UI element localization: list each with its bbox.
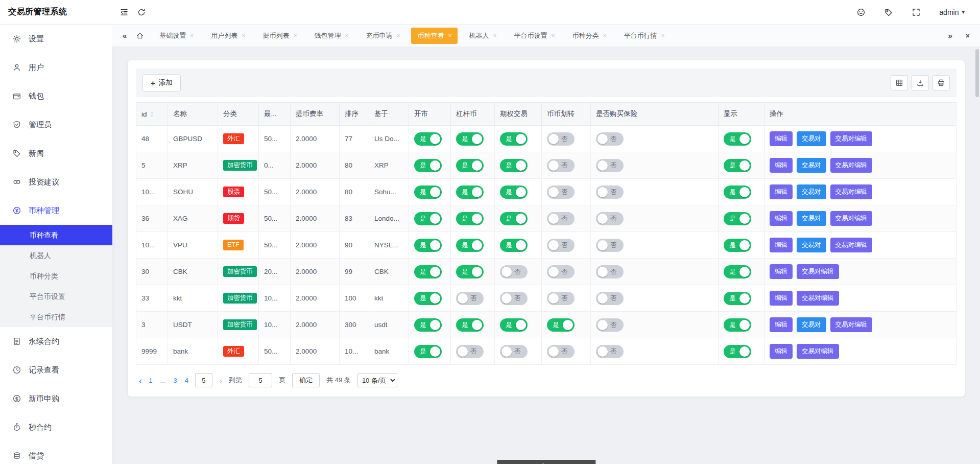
toggle-off[interactable]: 否 <box>596 345 624 358</box>
tab-close-icon[interactable]: × <box>242 33 245 39</box>
toggle-on[interactable]: 是 <box>456 132 484 146</box>
action-button-交易对[interactable]: 交易对 <box>797 131 826 146</box>
toggle-off[interactable]: 否 <box>547 132 575 146</box>
toggle-on[interactable]: 是 <box>456 239 484 252</box>
toggle-on[interactable]: 是 <box>500 159 528 172</box>
tab-close-icon[interactable]: × <box>190 33 194 39</box>
toggle-on[interactable]: 是 <box>414 212 442 225</box>
tab-用户列表[interactable]: 用户列表× <box>205 28 251 44</box>
toggle-on[interactable]: 是 <box>414 345 442 358</box>
action-button-编辑[interactable]: 编辑 <box>770 264 793 279</box>
smiley-icon[interactable] <box>856 8 866 17</box>
toggle-off[interactable]: 否 <box>547 239 575 252</box>
action-button-交易对编辑[interactable]: 交易对编辑 <box>797 264 839 279</box>
close-tabs-icon[interactable]: × <box>963 32 973 40</box>
toggle-off[interactable]: 否 <box>547 292 575 305</box>
toggle-on[interactable]: 是 <box>500 212 528 225</box>
sidebar-item-设置[interactable]: 设置 <box>0 25 112 53</box>
action-button-编辑[interactable]: 编辑 <box>770 291 793 306</box>
toggle-off[interactable]: 否 <box>500 265 528 279</box>
action-button-交易对编辑[interactable]: 交易对编辑 <box>830 158 873 173</box>
action-button-交易对编辑[interactable]: 交易对编辑 <box>797 291 839 306</box>
action-button-交易对编辑[interactable]: 交易对编辑 <box>797 344 839 359</box>
sidebar-item-新闻[interactable]: 新闻 <box>0 139 112 168</box>
tab-基础设置[interactable]: 基础设置× <box>153 28 200 44</box>
toggle-on[interactable]: 是 <box>414 239 442 252</box>
toggle-on[interactable]: 是 <box>456 212 484 225</box>
action-button-编辑[interactable]: 编辑 <box>770 184 793 199</box>
sidebar-item-钱包[interactable]: 钱包 <box>0 82 112 110</box>
sidebar-item-永续合约[interactable]: 永续合约 <box>0 327 112 356</box>
page-size-select[interactable]: 10 条/页 <box>357 373 397 387</box>
action-button-交易对[interactable]: 交易对 <box>797 184 826 199</box>
toggle-on[interactable]: 是 <box>724 185 751 199</box>
toggle-on[interactable]: 是 <box>724 132 751 146</box>
current-page[interactable]: 5 <box>195 373 212 387</box>
action-button-交易对编辑[interactable]: 交易对编辑 <box>830 238 873 252</box>
print-icon[interactable] <box>933 75 950 90</box>
toggle-off[interactable]: 否 <box>547 212 575 225</box>
column-grid-icon[interactable] <box>891 75 908 90</box>
home-icon[interactable] <box>133 32 147 40</box>
tab-平台币设置[interactable]: 平台币设置× <box>508 28 561 44</box>
tab-close-icon[interactable]: × <box>448 33 451 39</box>
toggle-off[interactable]: 否 <box>596 265 624 279</box>
sidebar-subitem-机器人[interactable]: 机器人 <box>0 245 112 266</box>
sidebar-item-投资建议[interactable]: 投资建议 <box>0 168 112 196</box>
sidebar-item-用户[interactable]: 用户 <box>0 53 112 82</box>
toggle-on[interactable]: 是 <box>414 265 442 279</box>
sidebar-subitem-币种查看[interactable]: 币种查看 <box>0 225 112 245</box>
tab-close-icon[interactable]: × <box>603 33 606 39</box>
toggle-off[interactable]: 否 <box>547 185 575 199</box>
tag-icon[interactable] <box>884 8 893 17</box>
toggle-on[interactable]: 是 <box>724 292 751 305</box>
sort-icon[interactable] <box>149 111 155 118</box>
fullscreen-icon[interactable] <box>912 8 921 17</box>
sidebar-subitem-平台币设置[interactable]: 平台币设置 <box>0 286 112 307</box>
sidebar-item-新币申购[interactable]: 新币申购 <box>0 384 112 413</box>
page-number-4[interactable]: 4 <box>185 377 188 384</box>
jump-page-input[interactable] <box>249 373 272 387</box>
toggle-off[interactable]: 否 <box>596 132 624 146</box>
action-button-交易对编辑[interactable]: 交易对编辑 <box>830 211 873 226</box>
action-button-交易对编辑[interactable]: 交易对编辑 <box>830 184 873 199</box>
toggle-on[interactable]: 是 <box>456 265 484 279</box>
action-button-交易对[interactable]: 交易对 <box>797 211 826 226</box>
tab-close-icon[interactable]: × <box>661 33 664 39</box>
action-button-编辑[interactable]: 编辑 <box>770 131 793 146</box>
add-button[interactable]: + 添加 <box>142 74 181 91</box>
collapse-menu-icon[interactable] <box>119 8 129 17</box>
action-button-交易对编辑[interactable]: 交易对编辑 <box>830 131 873 146</box>
toggle-off[interactable]: 否 <box>596 318 624 332</box>
tab-close-icon[interactable]: × <box>345 33 348 39</box>
tab-close-icon[interactable]: × <box>493 33 496 39</box>
sidebar-item-借贷[interactable]: 借贷 <box>0 442 112 464</box>
confirm-button[interactable]: 确定 <box>292 373 320 387</box>
toggle-on[interactable]: 是 <box>414 159 442 172</box>
action-button-编辑[interactable]: 编辑 <box>770 317 793 332</box>
toggle-off[interactable]: 否 <box>547 345 575 358</box>
toggle-on[interactable]: 是 <box>724 265 751 279</box>
refresh-icon[interactable] <box>137 8 146 17</box>
tab-close-icon[interactable]: × <box>551 33 555 39</box>
toggle-on[interactable]: 是 <box>414 318 442 332</box>
prev-page-icon[interactable]: ‹ <box>139 376 142 385</box>
tab-币种查看[interactable]: 币种查看× <box>411 28 458 44</box>
sidebar-item-记录查看[interactable]: 记录查看 <box>0 356 112 384</box>
download-icon[interactable] <box>912 75 929 90</box>
toggle-on[interactable]: 是 <box>724 239 751 252</box>
toggle-off[interactable]: 否 <box>500 292 528 305</box>
toggle-on[interactable]: 是 <box>500 318 528 332</box>
action-button-交易对编辑[interactable]: 交易对编辑 <box>830 317 873 332</box>
action-button-交易对[interactable]: 交易对 <box>797 158 826 173</box>
scrollbar-thumb[interactable] <box>975 49 979 97</box>
tabs-scroll-left-icon[interactable]: « <box>119 31 130 40</box>
toggle-off[interactable]: 否 <box>596 239 624 252</box>
toggle-on[interactable]: 是 <box>456 318 484 332</box>
sidebar-subitem-平台币行情[interactable]: 平台币行情 <box>0 307 112 327</box>
action-button-交易对[interactable]: 交易对 <box>797 317 826 332</box>
tab-钱包管理[interactable]: 钱包管理× <box>308 28 354 44</box>
tab-机器人[interactable]: 机器人× <box>463 28 503 44</box>
toggle-off[interactable]: 否 <box>547 265 575 279</box>
toggle-off[interactable]: 否 <box>547 159 575 172</box>
